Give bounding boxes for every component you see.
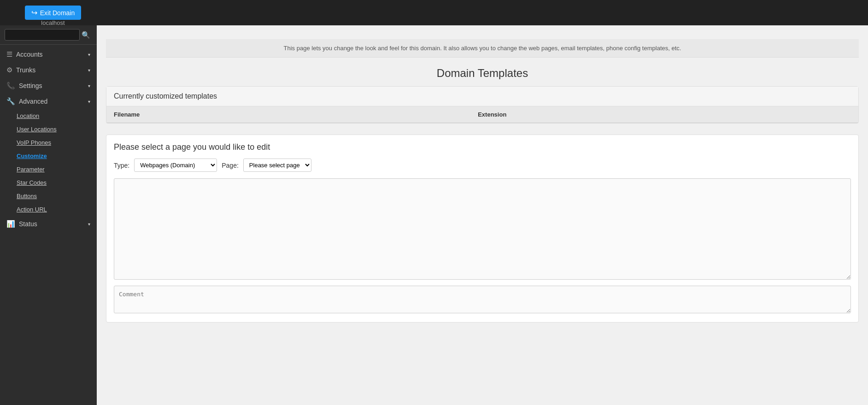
caret-icon: ▾ — [88, 68, 90, 73]
search-input[interactable] — [5, 29, 80, 41]
sidebar-item-star-codes[interactable]: Star Codes — [0, 176, 97, 189]
sidebar-item-advanced[interactable]: 🔧 Advanced ▾ — [0, 94, 97, 109]
sidebar-item-buttons[interactable]: Buttons — [0, 189, 97, 203]
gear-icon: ⚙ — [6, 66, 12, 74]
hostname-label: localhost — [5, 19, 101, 26]
list-icon: ☰ — [6, 50, 12, 59]
main-content: This page lets you change the look and f… — [97, 25, 868, 405]
type-label: Type: — [114, 162, 129, 169]
comment-textarea[interactable] — [114, 286, 851, 313]
table-header-row: Filename Extension — [106, 106, 858, 123]
caret-icon: ▾ — [88, 52, 90, 57]
sidebar-item-trunks[interactable]: ⚙ Trunks ▾ — [0, 62, 97, 78]
exit-domain-button[interactable]: ↪ Exit Domain — [25, 6, 81, 20]
page-description: This page lets you change the look and f… — [106, 39, 859, 58]
edit-section-title: Please select a page you would like to e… — [114, 142, 851, 152]
phone-icon: 📞 — [6, 82, 15, 90]
page-select[interactable]: Please select page — [243, 158, 311, 172]
caret-icon: ▾ — [88, 83, 90, 88]
wrench-icon: 🔧 — [6, 97, 15, 106]
caret-icon: ▾ — [88, 222, 90, 227]
edit-section: Please select a page you would like to e… — [106, 135, 858, 322]
sidebar-item-status[interactable]: 📊 Status ▾ — [0, 216, 97, 232]
editor-textarea[interactable] — [114, 178, 851, 280]
chart-icon: 📊 — [6, 220, 15, 228]
col-filename: Filename — [106, 106, 470, 123]
page-title: Domain Templates — [106, 67, 859, 80]
sidebar-item-accounts[interactable]: ☰ Accounts ▾ — [0, 47, 97, 62]
search-wrap: 🔍 — [0, 25, 97, 45]
nav-section: ☰ Accounts ▾ ⚙ Trunks ▾ 📞 Settings ▾ 🔧 A… — [0, 45, 97, 234]
sidebar-item-location[interactable]: Location — [0, 109, 97, 123]
sidebar-item-user-locations[interactable]: User Locations — [0, 123, 97, 136]
sidebar: 🔍 ☰ Accounts ▾ ⚙ Trunks ▾ 📞 Settings ▾ 🔧… — [0, 25, 97, 405]
caret-icon: ▾ — [88, 99, 90, 104]
card-header: Currently customized templates — [106, 87, 858, 106]
sidebar-item-settings[interactable]: 📞 Settings ▾ — [0, 78, 97, 94]
col-extension: Extension — [470, 106, 858, 123]
sidebar-item-voip-phones[interactable]: VoIP Phones — [0, 136, 97, 149]
page-label: Page: — [222, 162, 239, 169]
sidebar-item-customize[interactable]: Customize — [0, 149, 97, 163]
edit-section-card: Please select a page you would like to e… — [106, 135, 859, 323]
template-table: Filename Extension — [106, 106, 858, 123]
search-button[interactable]: 🔍 — [80, 30, 92, 40]
exit-icon: ↪ — [31, 8, 37, 17]
type-select[interactable]: Webpages (Domain) Email Templates Phone … — [134, 158, 217, 172]
topbar: ↪ Exit Domain localhost — [0, 0, 868, 25]
sidebar-item-parameter[interactable]: Parameter — [0, 163, 97, 176]
sidebar-item-action-url[interactable]: Action URL — [0, 203, 97, 216]
customized-templates-card: Currently customized templates Filename … — [106, 86, 859, 123]
form-row: Type: Webpages (Domain) Email Templates … — [114, 158, 851, 172]
